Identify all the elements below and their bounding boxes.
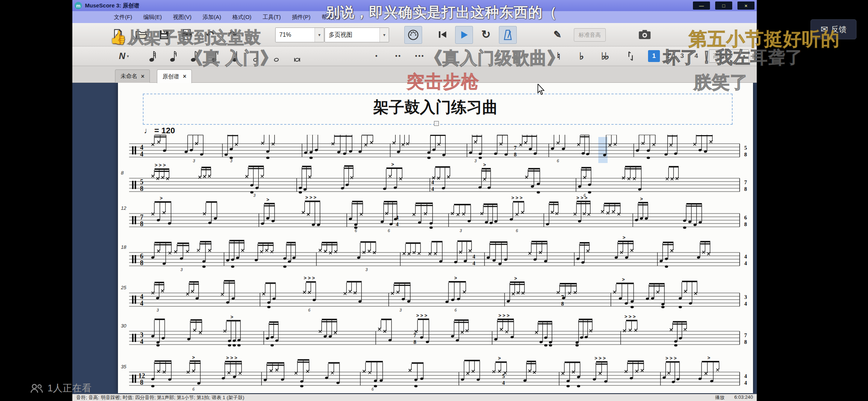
double-flat-button[interactable]: ♭♭ [597,48,612,64]
close-tab-icon[interactable]: × [183,73,186,80]
voice-2-button[interactable]: 2 [662,50,674,62]
svg-text:8: 8 [744,151,747,157]
duration-breve-button[interactable] [290,48,306,64]
rewind-button[interactable] [434,26,451,43]
natural-button[interactable]: ♮ [551,48,566,64]
image-capture-button[interactable] [636,26,653,43]
add-workspace-button[interactable]: + [747,48,759,64]
loop-playback-button[interactable]: ↻ [477,26,494,43]
svg-text:4: 4 [140,150,144,158]
undo-button[interactable]: ↶ [201,26,218,43]
duration-16th-button[interactable] [187,48,202,64]
svg-text:> > >: > > > [665,355,677,361]
sheet-music[interactable]: 44783> > >3> > >> > >>>>36>> > >5885844>… [118,135,753,393]
svg-text:4: 4 [744,301,747,307]
concert-pitch-button[interactable]: 标准音高 [574,28,606,42]
metronome-button[interactable] [499,26,517,44]
midi-input-button[interactable] [404,26,422,44]
svg-text:> > >: > > > [625,314,636,319]
frame-resize-handle[interactable] [434,121,439,126]
svg-text:8: 8 [744,339,747,345]
tab-untitled[interactable]: 未命名 × [115,69,150,83]
voice-4-button[interactable]: 4 [690,50,702,62]
svg-text:3: 3 [400,308,402,312]
svg-text:4: 4 [140,338,144,345]
close-tab-icon[interactable]: × [141,73,144,80]
minimize-button[interactable]: — [693,1,710,10]
voice-3-button[interactable]: 3 [676,50,688,62]
tempo-marking[interactable]: ♩ = 120 [144,126,175,136]
svg-text:> > >: > > > [499,313,510,318]
duration-whole-button[interactable] [270,48,285,64]
svg-text:4: 4 [744,260,747,266]
score-page[interactable]: 架子鼓入门练习曲 ♩ = 120 44783> > >3> > >> > >>>… [118,83,753,393]
menu-item-2[interactable]: 视图(V) [168,12,196,22]
menu-item-1[interactable]: 编辑(E) [139,12,166,22]
new-file-icon [112,29,124,40]
duration-quarter-button[interactable] [228,48,244,64]
play-button[interactable] [455,26,473,44]
flat-button[interactable]: ♭ [574,48,589,64]
status-selection-info: 音符; 音高: 弱音踩镲; 时值: 四分音符; 第1声部; 第1小节; 第1拍;… [76,394,244,401]
voice-1-button[interactable]: 1 [648,50,660,62]
zoom-select[interactable]: 71% ▾ [275,27,324,42]
duration-eighth-button[interactable] [207,48,223,64]
menu-item-6[interactable]: 插件(P) [287,12,315,22]
redo-button[interactable]: ↷ [224,26,241,43]
zoom-value: 71% [279,32,291,38]
quarter-note-icon [231,50,241,62]
feedback-button[interactable]: ✉ 反馈 [811,19,857,39]
close-button[interactable]: × [737,1,754,10]
svg-text:8: 8 [140,220,144,228]
duration-64th-button[interactable] [145,48,161,64]
new-file-button[interactable] [109,26,126,43]
breve-note-icon [293,50,303,62]
plus-icon: + [750,51,756,61]
flip-direction-icon [626,51,635,61]
title-bar: m MuseScore 3: 原创谱 — □ × [72,0,757,11]
menu-item-7[interactable]: 帮助(H) [317,12,345,22]
status-time: 6:03:240 [734,394,753,401]
workspace-select[interactable]: 高级 ▾ [709,49,749,63]
score-title[interactable]: 架子鼓入门练习曲 [118,97,753,118]
note-input-button[interactable]: N ▾ [113,48,135,64]
view-mode-select[interactable]: 多页视图 ▾ [325,27,389,42]
status-play-label: 播放 [715,394,724,401]
duration-half-button[interactable] [249,48,264,64]
double-flat-icon: ♭♭ [601,51,608,61]
svg-text:3: 3 [253,193,256,198]
play-icon [458,29,470,40]
tab-label: 原创谱 [162,73,179,80]
menu-item-3[interactable]: 添加(A) [198,12,226,22]
open-file-button[interactable] [132,26,149,43]
tab-original-score[interactable]: 原创谱 × [157,69,192,83]
camera-icon [638,29,651,40]
print-button[interactable] [178,26,195,43]
svg-text:> > >: > > > [512,195,523,200]
svg-text:6: 6 [371,387,374,391]
svg-text:4: 4 [473,254,476,260]
save-button[interactable] [155,26,172,43]
score-canvas[interactable]: 架子鼓入门练习曲 ♩ = 120 44783> > >3> > >> > >>>… [72,83,757,394]
musescore-window: m MuseScore 3: 原创谱 — □ × 文件(F)编辑(E)视图(V)… [72,0,757,401]
edit-mode-button[interactable]: ✎ [549,26,566,43]
svg-text:8: 8 [744,186,747,192]
maximize-button[interactable]: □ [715,1,732,10]
svg-text:> > >: > > > [576,195,588,200]
svg-text:>: > [707,355,710,361]
menu-item-5[interactable]: 工具(T) [258,12,285,22]
augmentation-dot-button[interactable]: • [369,48,385,64]
menu-item-0[interactable]: 文件(F) [109,12,137,22]
menu-item-4[interactable]: 格式(O) [228,12,256,22]
flat-icon: ♭ [579,51,584,61]
triple-dot-button[interactable]: ••• [412,48,428,64]
double-dot-button[interactable]: •• [391,48,406,64]
svg-text:8: 8 [121,170,124,176]
view-mode-value: 多页视图 [329,31,352,39]
32nd-note-icon [169,50,178,62]
svg-text:>: > [514,276,517,281]
duration-32nd-button[interactable] [166,48,181,64]
flip-direction-button[interactable] [623,48,638,64]
redo-icon: ↷ [229,30,237,39]
feedback-label: 反馈 [831,24,846,35]
